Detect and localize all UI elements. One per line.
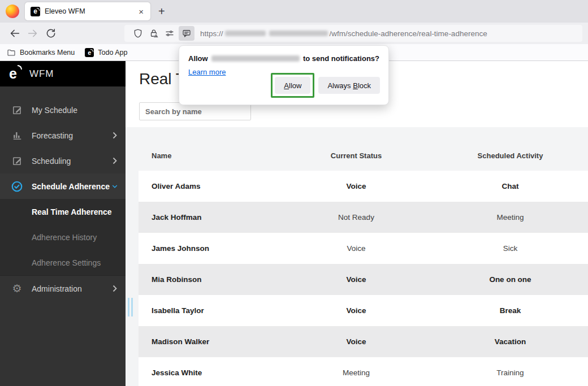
table-row[interactable]: Madison Walker Voice Vacation [139, 326, 588, 357]
tab-close-icon[interactable]: × [136, 7, 146, 16]
edit-icon [10, 155, 24, 166]
cell-current-status: Voice [280, 275, 433, 284]
cell-current-status: Meeting [280, 368, 433, 377]
cell-name: Oliver Adams [139, 182, 280, 190]
browser-nav-bar: https:// /wfm/schedule-adherence/real-ti… [0, 23, 588, 44]
sidebar-item-scheduling[interactable]: Scheduling [0, 148, 126, 174]
cell-scheduled-activity: Break [433, 306, 588, 315]
column-header-scheduled-activity: Scheduled Activity [433, 151, 588, 160]
notification-bubble-icon[interactable] [179, 26, 194, 41]
new-tab-button[interactable]: + [158, 5, 165, 18]
schedule-adherence-submenu: Real Time Adherence Adherence History Ad… [0, 199, 126, 276]
cell-scheduled-activity: Sick [433, 244, 588, 253]
chevron-right-icon [112, 157, 118, 164]
forward-button[interactable] [24, 25, 42, 42]
edit-icon [10, 105, 24, 115]
redacted-site-name [211, 55, 300, 62]
browser-tab[interactable]: e Eleveo WFM × [25, 2, 150, 20]
cell-name: Jessica White [139, 368, 280, 377]
cell-current-status: Voice [280, 182, 433, 190]
browser-tab-bar: e Eleveo WFM × + [0, 0, 588, 23]
learn-more-link[interactable]: Learn more [188, 68, 226, 76]
eleveo-favicon-icon: e [31, 7, 40, 16]
tab-title: Eleveo WFM [45, 7, 136, 15]
sidebar-item-real-time-adherence[interactable]: Real Time Adherence [0, 199, 126, 224]
shield-icon[interactable] [130, 26, 146, 41]
bar-chart-icon [10, 130, 24, 141]
table-row[interactable]: Isabella Taylor Voice Break [139, 295, 588, 326]
sidebar-item-administration[interactable]: ⚙ Administration [0, 276, 126, 301]
reload-button[interactable] [42, 25, 60, 42]
back-button[interactable] [6, 25, 24, 42]
cell-scheduled-activity: Vacation [433, 337, 588, 346]
firefox-logo-icon [6, 5, 19, 18]
todo-app-favicon-icon: e [85, 48, 94, 57]
sidebar-item-adherence-history[interactable]: Adherence History [0, 224, 126, 250]
url-redacted-domain-2 [269, 31, 328, 36]
sidebar-item-my-schedule[interactable]: My Schedule [0, 97, 126, 123]
sidebar-item-adherence-settings[interactable]: Adherence Settings [0, 250, 126, 275]
chevron-right-icon [112, 285, 118, 292]
bookmark-label: Bookmarks Menu [20, 49, 75, 57]
sidebar-item-schedule-adherence[interactable]: Schedule Adherence [0, 174, 126, 199]
sidebar-item-forecasting[interactable]: Forecasting [0, 123, 126, 148]
table-row[interactable]: Jessica White Meeting Training [139, 357, 588, 386]
column-header-name: Name [139, 151, 280, 160]
adherence-table: Name Current Status Scheduled Activity O… [126, 127, 588, 386]
cell-scheduled-activity: One on one [433, 275, 588, 284]
cell-name: Jack Hoffman [139, 213, 280, 222]
url-text: https:// /wfm/schedule-adherence/real-ti… [200, 29, 487, 38]
notification-permission-popup: Allow to send notifications? Learn more … [179, 45, 389, 105]
cell-current-status: Voice [280, 306, 433, 315]
cell-scheduled-activity: Meeting [433, 213, 588, 222]
popup-message: Allow to send notifications? [179, 46, 388, 63]
table-row[interactable]: James Johnson Voice Sick [139, 233, 588, 264]
allow-button[interactable]: Allow [275, 77, 310, 94]
table-header: Name Current Status Scheduled Activity [139, 142, 588, 169]
cell-name: James Johnson [139, 244, 280, 253]
sidebar-resize-handle[interactable] [128, 298, 133, 316]
gear-icon: ⚙ [10, 283, 24, 294]
cell-scheduled-activity: Training [433, 368, 588, 377]
bookmark-todo-app[interactable]: e Todo App [85, 48, 127, 57]
lock-warning-icon[interactable] [146, 26, 162, 41]
chevron-right-icon [112, 132, 118, 139]
url-redacted-domain [225, 31, 266, 36]
cell-name: Mia Robinson [139, 275, 280, 284]
url-scheme: https:// [200, 29, 223, 38]
bookmarks-menu-item[interactable]: Bookmarks Menu [7, 48, 75, 57]
brand-header: e WFM [0, 61, 126, 86]
cell-current-status: Voice [280, 337, 433, 346]
cell-name: Isabella Taylor [139, 306, 280, 315]
url-path: /wfm/schedule-adherence/real-time-adhere… [330, 29, 487, 38]
chevron-down-icon [112, 184, 118, 189]
sidebar: e WFM My Schedule Forecasting [0, 61, 126, 386]
url-bar[interactable]: https:// /wfm/schedule-adherence/real-ti… [124, 25, 582, 42]
check-circle-icon [10, 180, 24, 193]
popup-buttons: Allow Always Block [271, 73, 380, 98]
main-content: Real Time Adherence Name Current Status … [126, 61, 588, 386]
sidebar-menu: My Schedule Forecasting Scheduling [0, 86, 126, 301]
always-block-button[interactable]: Always Block [318, 77, 380, 94]
brand-title: WFM [29, 68, 54, 80]
cell-current-status: Voice [280, 244, 433, 253]
allow-button-highlight: Allow [271, 73, 314, 98]
bookmark-label: Todo App [98, 49, 127, 57]
eleveo-logo-icon: e [9, 67, 17, 81]
cell-current-status: Not Ready [280, 213, 433, 222]
table-row[interactable]: Mia Robinson Voice One on one [139, 264, 588, 295]
table-body: Oliver Adams Voice Chat Jack Hoffman Not… [126, 171, 588, 386]
column-header-current-status: Current Status [280, 151, 433, 160]
cell-scheduled-activity: Chat [433, 182, 588, 190]
permissions-icon[interactable] [162, 26, 178, 41]
cell-name: Madison Walker [139, 337, 280, 346]
folder-icon [7, 48, 16, 57]
table-row[interactable]: Oliver Adams Voice Chat [139, 171, 588, 202]
table-row[interactable]: Jack Hoffman Not Ready Meeting [139, 202, 588, 233]
